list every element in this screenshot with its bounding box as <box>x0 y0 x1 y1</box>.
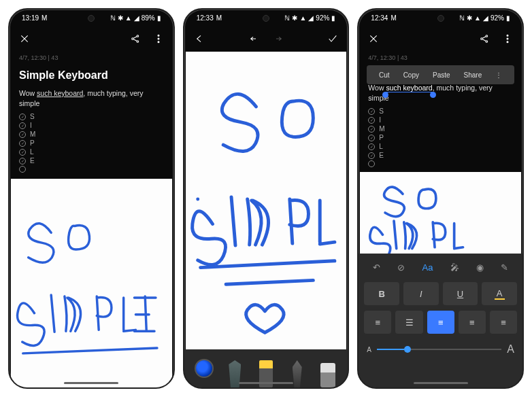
check-done-icon[interactable] <box>368 143 375 150</box>
camera-notch <box>263 15 269 22</box>
app-bar <box>184 26 348 52</box>
list-numbered-button[interactable]: ≡ <box>364 311 391 334</box>
handwriting-thumbnail[interactable] <box>360 172 521 254</box>
check-empty-icon[interactable] <box>19 166 26 173</box>
wifi-icon: ▲ <box>125 14 132 22</box>
check-item: I <box>19 121 164 130</box>
check-item <box>368 160 513 168</box>
undo-icon[interactable] <box>249 33 260 44</box>
text-selection[interactable]: such keyboard <box>386 84 432 92</box>
signal-icon: ◢ <box>308 14 314 22</box>
signal-icon: ◢ <box>483 14 488 22</box>
ctx-copy[interactable]: Copy <box>397 71 426 79</box>
format-align-row: ≡ ☰ ≡ ≡ ≡ <box>364 311 517 334</box>
nav-handle[interactable] <box>414 382 468 384</box>
check-item: P <box>19 139 164 148</box>
note-body[interactable]: Wow such keyboard, much typing, very sim… <box>359 83 522 107</box>
svg-point-6 <box>481 38 483 40</box>
check-done-icon[interactable] <box>19 122 26 129</box>
check-item: E <box>368 151 513 160</box>
checklist[interactable]: S I M P L E <box>10 112 173 173</box>
battery-icon: ▮ <box>506 14 510 22</box>
more-icon[interactable] <box>502 33 513 44</box>
highlight-button[interactable]: A <box>482 282 517 305</box>
confirm-icon[interactable] <box>327 33 338 44</box>
gmail-icon: M <box>390 14 396 22</box>
nfc-icon: ℕ <box>459 14 465 22</box>
draw-tab-icon[interactable]: ✎ <box>501 262 508 273</box>
status-time: 13:19 <box>22 14 39 22</box>
check-empty-icon[interactable] <box>368 160 375 167</box>
gmail-icon: M <box>41 14 47 22</box>
handwriting-area[interactable] <box>11 179 172 387</box>
status-time: 12:34 <box>371 14 388 22</box>
svg-point-0 <box>131 38 133 40</box>
checklist-tab-icon[interactable]: ⊘ <box>397 262 405 273</box>
checklist[interactable]: S I M P L E <box>359 107 522 168</box>
drawing-canvas-wrap <box>184 52 348 387</box>
check-item: S <box>19 112 164 121</box>
check-item: P <box>368 133 513 142</box>
battery-text: 92% <box>316 14 329 22</box>
nav-handle[interactable] <box>64 382 118 384</box>
ctx-paste[interactable]: Paste <box>426 71 457 79</box>
check-done-icon[interactable] <box>19 140 26 147</box>
camera-tab-icon[interactable]: ◉ <box>476 262 484 273</box>
bluetooth-icon: ✱ <box>118 14 123 22</box>
camera-notch <box>88 15 95 22</box>
check-item: E <box>19 156 164 165</box>
note-title[interactable]: Simple Keyboard <box>10 64 173 88</box>
slider-thumb[interactable] <box>404 346 411 353</box>
check-done-icon[interactable] <box>19 149 26 156</box>
ctx-more-icon[interactable]: ⋮ <box>488 71 509 79</box>
check-done-icon[interactable] <box>19 131 26 138</box>
size-small-label: A <box>367 346 371 353</box>
check-done-icon[interactable] <box>19 114 26 120</box>
close-icon[interactable] <box>19 33 30 44</box>
share-icon[interactable] <box>479 33 490 44</box>
check-item: S <box>368 107 513 116</box>
align-right-button[interactable]: ≡ <box>490 311 517 334</box>
drawing-canvas[interactable] <box>186 52 347 349</box>
italic-button[interactable]: I <box>403 282 439 305</box>
svg-point-1 <box>137 35 139 37</box>
ctx-share[interactable]: Share <box>457 71 489 79</box>
check-done-icon[interactable] <box>368 152 375 159</box>
bold-button[interactable]: B <box>364 282 399 305</box>
svg-point-4 <box>158 38 159 39</box>
context-menu: Cut Copy Paste Share ⋮ <box>367 65 514 84</box>
check-done-icon[interactable] <box>19 158 26 164</box>
check-done-icon[interactable] <box>368 126 375 133</box>
color-picker[interactable] <box>195 359 214 378</box>
nfc-icon: ℕ <box>110 14 116 22</box>
svg-point-2 <box>137 41 139 43</box>
check-done-icon[interactable] <box>368 135 375 141</box>
phone-2: 12:33 M ℕ ✱ ▲ ◢ 92% ▮ <box>183 8 350 389</box>
ctx-cut[interactable]: Cut <box>372 71 397 79</box>
undo-icon[interactable]: ↶ <box>373 262 380 273</box>
format-style-row: B I U A <box>364 282 517 305</box>
share-icon[interactable] <box>130 33 141 44</box>
note-meta: 4/7, 12:30 | 43 <box>10 52 173 64</box>
underline-button[interactable]: U <box>443 282 478 305</box>
more-icon[interactable] <box>153 33 164 44</box>
close-icon[interactable] <box>368 33 379 44</box>
format-panel: ↶ ⊘ Aa 🎤︎ ◉ ✎ B I U A ≡ ☰ ≡ ≡ ≡ A <box>359 254 522 387</box>
align-left-button[interactable]: ≡ <box>427 311 454 334</box>
note-body[interactable]: Wow such keyboard, much typing, very sim… <box>10 88 173 112</box>
nav-handle[interactable] <box>239 382 293 384</box>
redo-icon <box>272 33 283 44</box>
check-done-icon[interactable] <box>368 117 375 124</box>
check-done-icon[interactable] <box>368 108 375 115</box>
back-icon[interactable] <box>194 33 205 44</box>
note-content: 4/7, 12:30 | 43 Cut Copy Paste Share ⋮ W… <box>359 52 522 387</box>
text-tab-icon[interactable]: Aa <box>422 262 433 273</box>
eraser-tool[interactable] <box>318 358 337 387</box>
nfc-icon: ℕ <box>284 14 290 22</box>
list-bullet-button[interactable]: ☰ <box>395 311 422 334</box>
battery-text: 92% <box>491 14 504 22</box>
voice-tab-icon[interactable]: 🎤︎ <box>450 262 459 273</box>
align-center-button[interactable]: ≡ <box>459 311 486 334</box>
font-size-slider[interactable] <box>377 349 501 350</box>
bluetooth-icon: ✱ <box>292 14 297 22</box>
